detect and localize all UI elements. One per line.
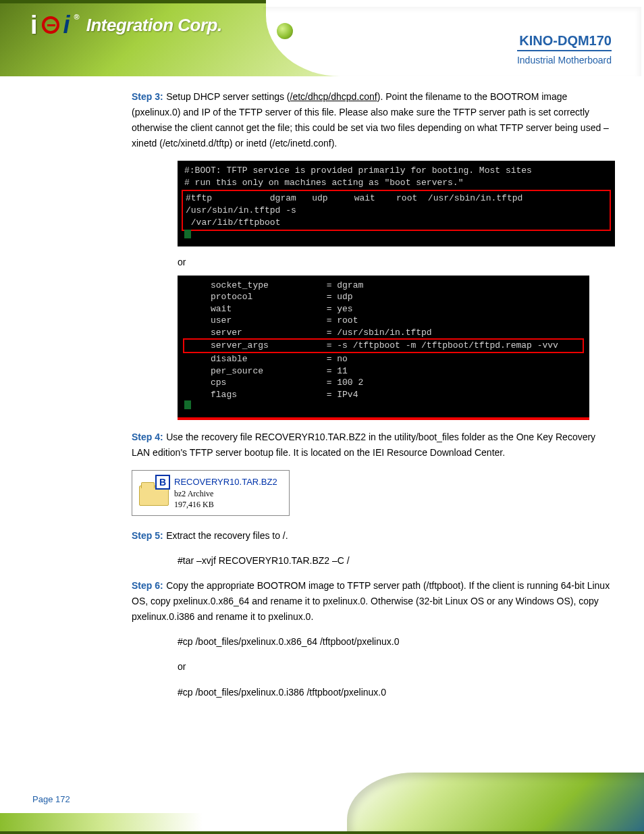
terminal-boxed-text: #tftp dgram udp wait root /usr/sbin/in.t… bbox=[186, 193, 528, 227]
step-6-label: Step 6: bbox=[132, 580, 163, 591]
terminal-line: wait = yes bbox=[184, 303, 583, 315]
terminal-line: protocol = udp bbox=[184, 291, 583, 303]
highlighted-config-line: server_args = -s /tftpboot -m /tftpboot/… bbox=[183, 338, 584, 353]
cursor-icon bbox=[184, 230, 191, 238]
logo-letter-e-icon bbox=[42, 16, 59, 34]
footer-right-curve bbox=[347, 773, 644, 832]
step-3-text-pre: Setup DHCP server settings ( bbox=[166, 91, 290, 102]
bz2-badge-icon: B bbox=[155, 475, 170, 490]
page-header-banner: i i ® Integration Corp. KINO-DQM170 Indu… bbox=[0, 0, 644, 76]
logo-company-text: Integration Corp. bbox=[86, 16, 222, 34]
step-3: Step 3: Setup DHCP server settings (/etc… bbox=[132, 89, 615, 151]
archive-file-icon: B bbox=[139, 476, 169, 506]
file-size: 197,416 KB bbox=[174, 499, 277, 510]
cursor-icon bbox=[184, 400, 191, 409]
terminal-inetd-conf: #:BOOT: TFTP service is provided primari… bbox=[178, 161, 615, 246]
page-footer-banner bbox=[0, 770, 644, 834]
terminal-line: # run this only on machines acting as "b… bbox=[184, 177, 608, 189]
footer-bottom-strip bbox=[0, 831, 644, 834]
brand-logo: i i ® Integration Corp. bbox=[30, 12, 222, 38]
step-5-text: Extract the recovery files to /. bbox=[166, 530, 288, 541]
terminal-line: flags = IPv4 bbox=[184, 389, 583, 401]
page-content: Step 3: Setup DHCP server settings (/etc… bbox=[132, 89, 615, 710]
or-separator: or bbox=[178, 255, 615, 270]
terminal-line: server = /usr/sbin/in.tftpd bbox=[184, 327, 583, 339]
product-name: KINO-DQM170 bbox=[519, 34, 612, 47]
terminal-line: socket_type = dgram bbox=[184, 280, 583, 292]
step-5: Step 5: Extract the recovery files to /.… bbox=[132, 528, 615, 569]
decorative-dot bbox=[277, 23, 293, 39]
step-6-command-2: #cp /boot_files/pxelinux.0.i386 /tftpboo… bbox=[178, 685, 615, 700]
highlight-underline bbox=[178, 417, 589, 420]
terminal-line: user = root bbox=[184, 315, 583, 327]
terminal-line: disable = no bbox=[184, 353, 583, 365]
step-6-or: or bbox=[178, 659, 615, 675]
logo-registered-icon: ® bbox=[74, 14, 80, 21]
step-4: Step 4: Use the recovery file RECOVERYR1… bbox=[132, 429, 615, 461]
terminal-line: #:BOOT: TFTP service is provided primari… bbox=[184, 165, 608, 177]
step-3-config-path: /etc/dhcp/dhcpd.conf bbox=[290, 91, 377, 102]
file-type: bz2 Archive bbox=[174, 488, 277, 499]
step-6-text: Copy the appropriate BOOTROM image to TF… bbox=[132, 580, 610, 622]
file-name: RECOVERYR10.TAR.BZ2 bbox=[174, 476, 277, 488]
step-5-command: #tar –xvjf RECOVERYR10.TAR.BZ2 –C / bbox=[178, 553, 615, 569]
step-4-label: Step 4: bbox=[132, 432, 163, 442]
footer-left-gradient bbox=[0, 813, 203, 832]
logo-letter-i2: i bbox=[63, 13, 70, 37]
highlighted-config-line: #tftp dgram udp wait root /usr/sbin/in.t… bbox=[182, 190, 611, 231]
logo-letter-i: i bbox=[30, 12, 38, 38]
document-title: Industrial Motherboard bbox=[517, 50, 612, 65]
step-5-label: Step 5: bbox=[132, 530, 163, 541]
terminal-xinetd-tftp: socket_type = dgram protocol = udp wait … bbox=[178, 276, 589, 417]
step-6-command-1: #cp /boot_files/pxelinux.0.x86_64 /tftpb… bbox=[178, 634, 615, 650]
step-6: Step 6: Copy the appropriate BOOTROM ima… bbox=[132, 578, 615, 700]
recovery-file-item: B RECOVERYR10.TAR.BZ2 bz2 Archive 197,41… bbox=[132, 470, 290, 516]
terminal-line: cps = 100 2 bbox=[184, 377, 583, 389]
step-4-text: Use the recovery file RECOVERYR10.TAR.BZ… bbox=[132, 432, 595, 458]
step-3-label: Step 3: bbox=[132, 91, 163, 102]
file-metadata: RECOVERYR10.TAR.BZ2 bz2 Archive 197,416 … bbox=[174, 476, 277, 510]
terminal-line: per_source = 11 bbox=[184, 365, 583, 377]
